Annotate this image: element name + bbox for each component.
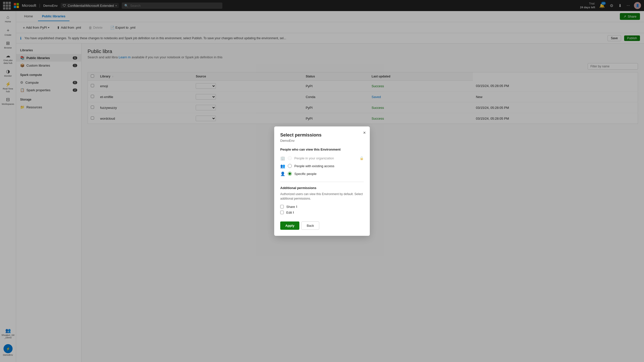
modal-title: Select permissions — [280, 132, 364, 138]
modal-close-button[interactable]: × — [363, 130, 366, 135]
checkbox-share[interactable]: Share ℹ — [280, 204, 364, 210]
select-permissions-modal: Select permissions DemoEnv × People who … — [274, 126, 370, 236]
additional-section-title: Additional permissions — [280, 186, 364, 190]
radio-org — [288, 156, 292, 160]
share-info-icon: ℹ — [296, 205, 297, 208]
share-checkbox[interactable] — [280, 205, 284, 208]
edit-info-icon: ℹ — [293, 211, 294, 214]
checkbox-edit[interactable]: Edit ℹ — [280, 210, 364, 215]
existing-access-icon: 👥 — [280, 164, 285, 168]
modal-divider — [280, 182, 364, 182]
modal-apply-button[interactable]: Apply — [280, 221, 299, 230]
radio-existing-label: People with existing access — [294, 164, 334, 168]
share-checkbox-label: Share ℹ — [286, 205, 297, 209]
modal-footer: Apply Back — [280, 221, 364, 230]
modal-overlay: Select permissions DemoEnv × People who … — [0, 0, 644, 362]
viewers-section-title: People who can view this Environment — [280, 148, 364, 151]
radio-specific-label: Specific people — [294, 172, 316, 176]
radio-specific[interactable] — [288, 172, 292, 176]
org-icon: 🏢 — [280, 156, 285, 161]
additional-desc: Authorized users can view this Environme… — [280, 192, 364, 201]
radio-option-existing[interactable]: 👥 People with existing access — [280, 162, 364, 170]
edit-checkbox[interactable] — [280, 211, 284, 214]
modal-subtitle: DemoEnv — [280, 139, 364, 143]
radio-option-org: 🏢 People in your organization 🔒 — [280, 154, 364, 162]
specific-people-icon: 👤 — [280, 171, 285, 176]
radio-org-label: People in your organization — [294, 156, 334, 160]
lock-icon: 🔒 — [359, 156, 364, 160]
edit-checkbox-label: Edit ℹ — [286, 211, 294, 214]
modal-back-button[interactable]: Back — [301, 221, 319, 230]
radio-existing[interactable] — [288, 164, 292, 168]
radio-option-specific[interactable]: 👤 Specific people — [280, 170, 364, 178]
